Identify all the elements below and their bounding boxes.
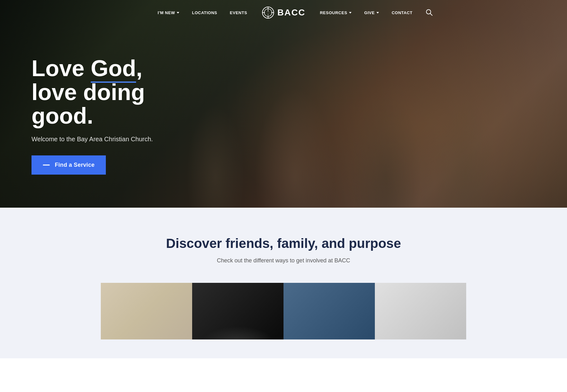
svg-line-9 (430, 14, 432, 15)
card-3-bg (284, 283, 375, 339)
search-icon (426, 9, 432, 16)
svg-marker-6 (267, 9, 269, 13)
discover-subtitle: Check out the different ways to get invo… (13, 257, 554, 264)
card-4[interactable] (375, 283, 466, 339)
hero-subtitle: Welcome to the Bay Area Christian Church… (32, 136, 183, 143)
discover-title: Discover friends, family, and purpose (13, 236, 554, 251)
hero-section: Love God, love doing good. Welcome to th… (0, 0, 567, 208)
find-service-button[interactable]: Find a Service (32, 155, 106, 175)
logo-text: BACC (278, 8, 306, 18)
hero-content: Love God, love doing good. Welcome to th… (0, 0, 214, 193)
nav-item-im-new[interactable]: I'M NEW (152, 7, 184, 18)
dash-icon (43, 165, 50, 165)
search-button[interactable] (423, 6, 435, 19)
nav-inner: I'M NEW LOCATIONS EVENTS BACC (94, 6, 472, 19)
nav-right: RESOURCES GIVE CONTACT (315, 6, 472, 19)
cta-label: Find a Service (55, 162, 94, 168)
cards-row (94, 283, 472, 339)
card-3[interactable] (284, 283, 375, 339)
nav-item-give[interactable]: GIVE (359, 7, 384, 18)
card-2[interactable] (192, 283, 284, 339)
nav-item-contact[interactable]: CONTACT (387, 7, 417, 18)
discover-section: Discover friends, family, and purpose Ch… (0, 208, 567, 358)
card-1-bg (101, 283, 192, 339)
nav-left: I'M NEW LOCATIONS EVENTS (94, 7, 252, 18)
hero-headline: Love God, love doing good. (32, 57, 183, 128)
chevron-down-icon (376, 12, 379, 14)
chevron-down-icon (177, 12, 179, 14)
nav-logo[interactable]: BACC (262, 6, 306, 19)
card-2-bg (192, 283, 284, 339)
card-4-bg (375, 283, 466, 339)
nav-item-locations[interactable]: LOCATIONS (187, 7, 222, 18)
nav-item-resources[interactable]: RESOURCES (315, 7, 357, 18)
headline-part1: Love (32, 56, 91, 81)
card-1[interactable] (101, 283, 192, 339)
svg-marker-7 (267, 13, 269, 16)
chevron-down-icon (349, 12, 352, 14)
nav-item-events[interactable]: EVENTS (225, 7, 252, 18)
navbar: I'M NEW LOCATIONS EVENTS BACC (0, 0, 567, 25)
headline-god: God (91, 56, 136, 83)
compass-logo-icon (262, 6, 274, 19)
